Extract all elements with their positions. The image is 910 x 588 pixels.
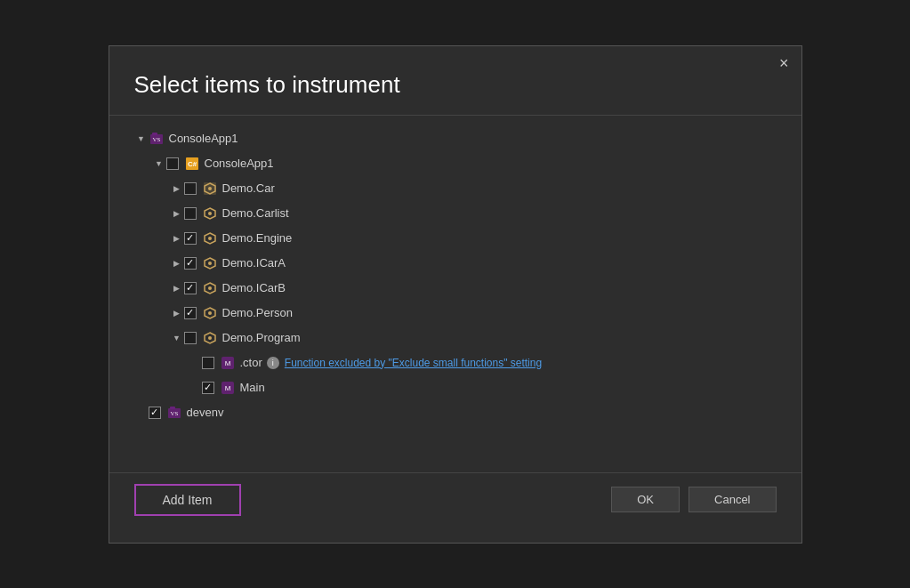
svg-point-9 bbox=[208, 212, 212, 215]
class-icon bbox=[202, 230, 218, 246]
checkbox[interactable] bbox=[202, 357, 214, 369]
checkbox[interactable] bbox=[149, 407, 161, 419]
solution-icon: VS bbox=[149, 131, 165, 147]
svg-point-17 bbox=[208, 311, 212, 315]
checkbox[interactable] bbox=[184, 207, 197, 220]
expander-icon[interactable] bbox=[170, 256, 184, 270]
expander-icon[interactable] bbox=[152, 157, 166, 171]
tree-row[interactable]: Demo.ICarA bbox=[134, 251, 801, 276]
svg-point-11 bbox=[208, 237, 212, 240]
expander-spacer bbox=[134, 406, 149, 420]
svg-text:C#: C# bbox=[187, 160, 197, 168]
tree-row[interactable]: M Main bbox=[134, 375, 801, 400]
tree-area: VS ConsoleApp1 C# ConsoleApp1 bbox=[109, 116, 801, 472]
node-label: devenv bbox=[187, 406, 224, 419]
checkbox[interactable] bbox=[184, 282, 197, 294]
checkbox[interactable] bbox=[184, 182, 197, 195]
expander-icon[interactable] bbox=[170, 206, 184, 221]
node-label: Demo.Carlist bbox=[222, 206, 289, 220]
expander-icon[interactable] bbox=[170, 306, 184, 320]
project-icon: C# bbox=[184, 156, 200, 172]
close-button[interactable]: × bbox=[779, 55, 789, 71]
excluded-link[interactable]: Function excluded by "Exclude small func… bbox=[285, 357, 542, 369]
svg-point-15 bbox=[208, 286, 212, 290]
class-icon bbox=[202, 205, 218, 222]
tree-row[interactable]: VS devenv bbox=[134, 400, 801, 425]
expander-icon[interactable] bbox=[134, 132, 149, 146]
tree-row[interactable]: Demo.Program bbox=[134, 326, 801, 350]
dialog-footer: Add Item OK Cancel bbox=[109, 472, 801, 525]
svg-text:M: M bbox=[224, 359, 230, 367]
dialog: × Select items to instrument VS ConsoleA… bbox=[109, 45, 802, 544]
method-icon: M bbox=[220, 380, 236, 396]
node-label: ConsoleApp1 bbox=[205, 157, 274, 170]
method-icon: M bbox=[220, 355, 236, 371]
class-icon bbox=[202, 255, 218, 271]
svg-point-19 bbox=[208, 336, 212, 340]
add-item-button[interactable]: Add Item bbox=[134, 484, 241, 516]
tree-row[interactable]: Demo.Engine bbox=[134, 226, 801, 251]
class-icon bbox=[202, 280, 218, 296]
dialog-title: Select items to instrument bbox=[109, 71, 801, 116]
ok-button[interactable]: OK bbox=[611, 487, 680, 512]
class-icon bbox=[202, 330, 218, 346]
expander-icon[interactable] bbox=[170, 331, 184, 345]
tree-row[interactable]: VS ConsoleApp1 bbox=[134, 126, 801, 151]
checkbox[interactable] bbox=[184, 332, 197, 344]
svg-rect-25 bbox=[170, 407, 175, 409]
checkbox[interactable] bbox=[184, 307, 197, 319]
cancel-button[interactable]: Cancel bbox=[689, 487, 776, 512]
expander-icon[interactable] bbox=[170, 181, 184, 196]
svg-point-7 bbox=[208, 187, 212, 190]
tree-row[interactable]: Demo.Car bbox=[134, 176, 801, 201]
tree-row[interactable]: M .ctor i Function excluded by "Exclude … bbox=[134, 350, 801, 375]
tree-row[interactable]: Demo.ICarB bbox=[134, 276, 801, 301]
node-label: Demo.ICarB bbox=[222, 281, 286, 294]
checkbox[interactable] bbox=[184, 232, 197, 245]
class-icon bbox=[202, 305, 218, 321]
node-label: Main bbox=[240, 381, 265, 394]
svg-point-13 bbox=[208, 262, 212, 265]
tree-row[interactable]: Demo.Person bbox=[134, 301, 801, 326]
node-label: Demo.Engine bbox=[222, 231, 293, 245]
tree-row[interactable]: C# ConsoleApp1 bbox=[134, 151, 801, 176]
checkbox[interactable] bbox=[166, 157, 179, 170]
class-icon bbox=[202, 181, 218, 197]
svg-text:VS: VS bbox=[152, 136, 160, 143]
node-label: ConsoleApp1 bbox=[169, 132, 238, 145]
info-icon: i bbox=[267, 357, 279, 369]
svg-rect-1 bbox=[152, 133, 157, 135]
checkbox[interactable] bbox=[202, 382, 214, 394]
node-label: Demo.Car bbox=[222, 181, 275, 195]
node-label: Demo.Program bbox=[222, 331, 301, 344]
devenv-icon: VS bbox=[166, 405, 182, 421]
expander-icon[interactable] bbox=[170, 281, 184, 295]
node-label: Demo.ICarA bbox=[222, 256, 286, 270]
svg-text:M: M bbox=[224, 384, 230, 392]
checkbox[interactable] bbox=[184, 257, 197, 270]
svg-text:VS: VS bbox=[170, 410, 178, 417]
node-label: Demo.Person bbox=[222, 306, 293, 319]
node-label: .ctor bbox=[240, 356, 262, 369]
tree-row[interactable]: Demo.Carlist bbox=[134, 201, 801, 226]
expander-icon[interactable] bbox=[170, 231, 184, 246]
